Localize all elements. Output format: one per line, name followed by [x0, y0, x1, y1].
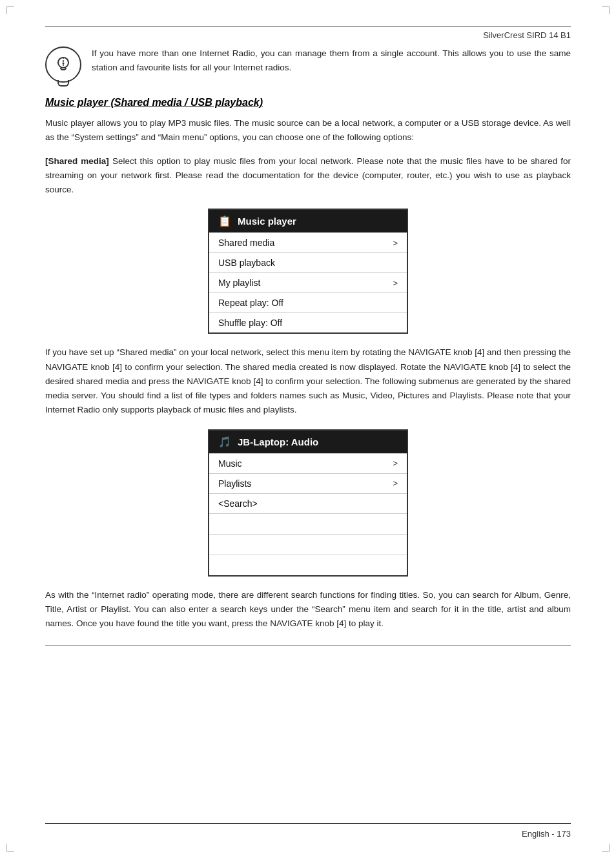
menu-item-search[interactable]: <Search> [209, 493, 407, 513]
header-title: SilverCrest SIRD 14 B1 [483, 30, 571, 40]
menu-item-repeat-play[interactable]: Repeat play: Off [209, 292, 407, 312]
menu-item-repeat-play-label: Repeat play: Off [218, 298, 283, 308]
svg-line-4 [67, 59, 68, 60]
music-player-menu-title: 📋 Music player [209, 210, 407, 232]
mid-text: If you have set up “Shared media” on you… [45, 345, 571, 417]
lightbulb-icon [54, 56, 72, 74]
menu-item-my-playlist-label: My playlist [218, 278, 260, 288]
corner-mark-tl [6, 6, 14, 14]
menu-item-usb-playback[interactable]: USB playback [209, 252, 407, 272]
menu-title-icon: 📋 [218, 215, 231, 227]
intro-text: Music player allows you to play MP3 musi… [45, 116, 571, 145]
footer-page-number: English - 173 [522, 829, 571, 839]
menu-item-shared-media[interactable]: Shared media > [209, 232, 407, 252]
menu-item-playlists-arrow: > [393, 478, 398, 488]
menu-item-shared-media-arrow: > [393, 238, 398, 248]
section-heading: Music player (Shared media / USB playbac… [45, 97, 571, 108]
page-footer: English - 173 [45, 823, 571, 839]
corner-mark-br [602, 844, 610, 852]
bottom-text: As with the “Internet radio” operating m… [45, 588, 571, 631]
menu-item-music[interactable]: Music > [209, 453, 407, 473]
bottom-rule [45, 645, 571, 646]
corner-mark-bl [6, 844, 14, 852]
menu-item-my-playlist[interactable]: My playlist > [209, 272, 407, 292]
menu-item-usb-playback-label: USB playback [218, 258, 275, 268]
menu-item-music-label: Music [218, 458, 242, 469]
menu-item-my-playlist-arrow: > [393, 278, 398, 288]
menu-item-playlists[interactable]: Playlists > [209, 473, 407, 493]
info-icon [45, 46, 81, 83]
menu-item-music-arrow: > [393, 458, 398, 468]
shared-media-text: [Shared media] Select this option to pla… [45, 154, 571, 198]
shared-media-description: Select this option to play music files f… [45, 156, 571, 195]
info-text: If you have more than one Internet Radio… [92, 46, 571, 74]
corner-mark-tr [602, 6, 610, 14]
shared-media-label: [Shared media] [45, 156, 109, 166]
jb-laptop-menu: 🎵 JB-Laptop: Audio Music > Playlists > <… [208, 429, 408, 577]
music-player-menu: 📋 Music player Shared media > USB playba… [208, 209, 408, 334]
jb-laptop-menu-title-text: JB-Laptop: Audio [238, 436, 318, 447]
svg-line-3 [59, 59, 60, 60]
svg-point-8 [63, 63, 65, 65]
menu-item-search-label: <Search> [218, 498, 258, 509]
menu-item-empty3 [209, 555, 407, 575]
jb-laptop-title-icon: 🎵 [218, 436, 231, 448]
menu-item-shuffle-play-label: Shuffle play: Off [218, 318, 282, 328]
page-header: SilverCrest SIRD 14 B1 [45, 26, 571, 40]
music-player-menu-title-text: Music player [238, 216, 296, 227]
jb-laptop-menu-title: 🎵 JB-Laptop: Audio [209, 431, 407, 453]
menu-item-playlists-label: Playlists [218, 478, 251, 489]
menu-item-shared-media-label: Shared media [218, 238, 274, 248]
menu-item-empty1 [209, 513, 407, 534]
info-box: If you have more than one Internet Radio… [45, 46, 571, 83]
page: SilverCrest SIRD 14 B1 If you have more … [0, 0, 616, 858]
menu-item-shuffle-play[interactable]: Shuffle play: Off [209, 312, 407, 332]
menu-item-empty2 [209, 534, 407, 555]
